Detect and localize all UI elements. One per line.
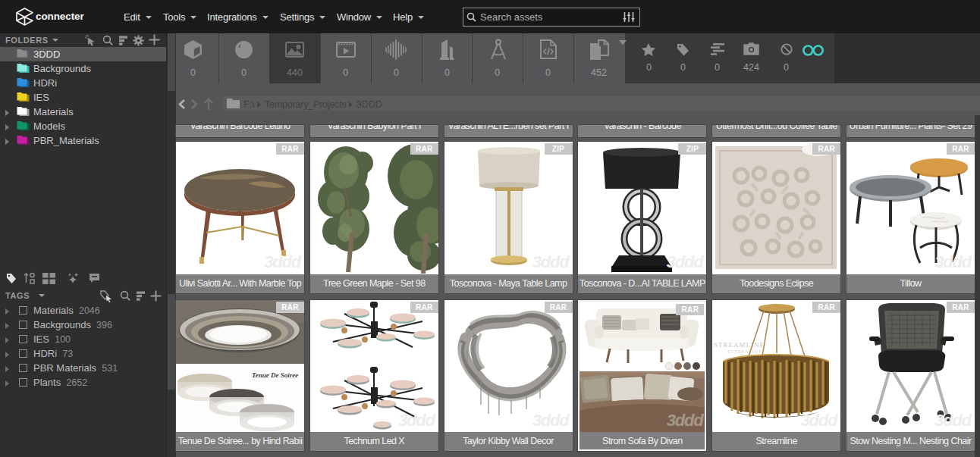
svg-text:STREAMLINE: STREAMLINE xyxy=(714,341,765,349)
svg-text:SUSPENSION: SUSPENSION xyxy=(727,349,762,354)
svg-text:Tenue De Soiree: Tenue De Soiree xyxy=(252,371,298,379)
